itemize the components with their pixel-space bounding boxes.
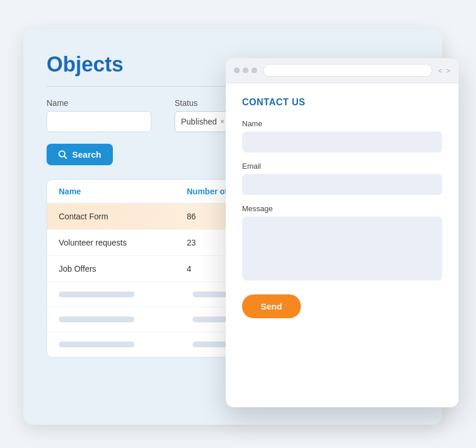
placeholder-bar [59, 317, 134, 322]
placeholder-bar [193, 317, 228, 322]
browser-dot-3 [251, 67, 257, 73]
browser-bar: < > [226, 58, 459, 83]
contact-title: CONTACT US [242, 97, 442, 108]
email-form-group: Email [242, 162, 442, 195]
name-filter-label: Name [47, 98, 151, 108]
col-name-header: Name [59, 187, 187, 196]
placeholder-bar [193, 342, 228, 347]
search-icon [58, 150, 68, 159]
email-label: Email [242, 162, 442, 170]
nav-next[interactable]: > [446, 66, 450, 75]
status-badge-close[interactable]: × [221, 118, 225, 126]
row-3-name: Job Offers [59, 264, 187, 273]
search-button[interactable]: Search [47, 144, 113, 165]
browser-dot-2 [243, 67, 248, 73]
status-filter-group: Status Published × [175, 98, 231, 132]
status-badge[interactable]: Published × [175, 111, 231, 132]
name-label: Name [242, 119, 442, 128]
placeholder-bar [59, 342, 134, 347]
name-input[interactable] [47, 111, 151, 132]
browser-address-bar[interactable] [263, 64, 432, 77]
message-field[interactable] [242, 216, 442, 280]
name-field[interactable] [242, 131, 442, 152]
email-field[interactable] [242, 174, 442, 195]
status-badge-value: Published [181, 117, 217, 126]
message-form-group: Message [242, 204, 442, 280]
placeholder-bar [193, 291, 228, 297]
name-form-group: Name [242, 119, 442, 152]
status-filter-label: Status [175, 98, 231, 108]
message-label: Message [242, 204, 442, 213]
browser-dot-1 [234, 67, 240, 73]
contact-panel: < > CONTACT US Name Email Message Send [226, 58, 459, 407]
search-button-label: Search [72, 150, 101, 159]
placeholder-bar [59, 291, 134, 297]
name-filter-group: Name [47, 98, 151, 132]
row-1-name: Contact Form [59, 212, 187, 221]
scene: Objects Name Status Published × Search [12, 12, 464, 448]
row-2-name: Volunteer requests [59, 238, 187, 247]
send-button[interactable]: Send [242, 294, 301, 318]
nav-prev[interactable]: < [438, 66, 443, 75]
browser-nav: < > [438, 66, 450, 75]
contact-content: CONTACT US Name Email Message Send [226, 83, 459, 332]
browser-dots [234, 67, 257, 73]
svg-line-1 [65, 156, 67, 158]
